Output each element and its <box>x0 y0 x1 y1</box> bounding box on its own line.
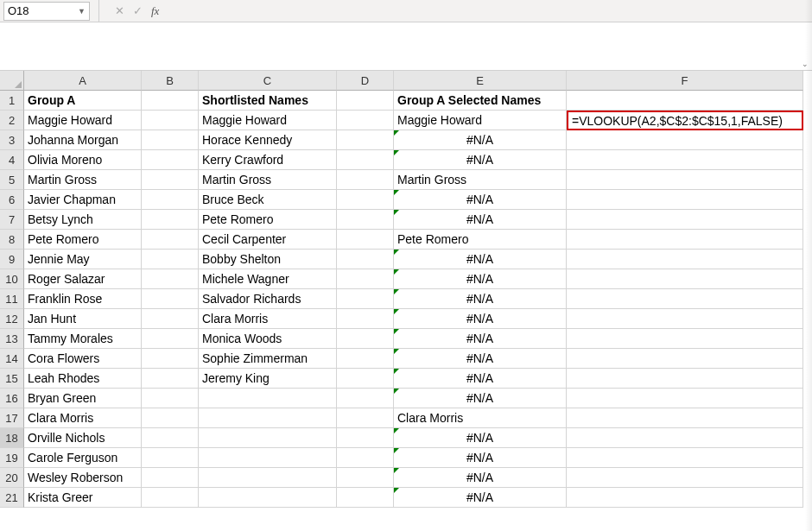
cell[interactable] <box>567 349 803 369</box>
cell[interactable]: Cora Flowers <box>24 349 142 369</box>
cell[interactable] <box>142 448 199 468</box>
cell[interactable] <box>337 448 394 468</box>
cell[interactable] <box>337 250 394 269</box>
cell[interactable] <box>337 428 394 448</box>
cell[interactable] <box>567 250 803 269</box>
cell[interactable] <box>567 130 803 150</box>
column-header[interactable]: D <box>337 71 394 91</box>
cell[interactable] <box>142 408 199 428</box>
cell[interactable]: Pete Romero <box>199 210 337 230</box>
cell[interactable] <box>199 389 337 408</box>
header-cell[interactable]: Shortlisted Names <box>199 91 337 111</box>
cell[interactable] <box>567 309 803 329</box>
cell[interactable]: Bruce Beck <box>199 190 337 210</box>
cell[interactable] <box>567 289 803 309</box>
column-header[interactable]: B <box>142 71 199 91</box>
cell[interactable] <box>142 91 199 111</box>
cell[interactable] <box>142 349 199 369</box>
cell[interactable] <box>337 111 394 130</box>
cell[interactable] <box>567 468 803 488</box>
cell[interactable] <box>142 170 199 190</box>
cell[interactable] <box>142 369 199 389</box>
row-header[interactable]: 8 <box>0 230 24 250</box>
na-error-cell[interactable]: #N/A <box>394 329 567 349</box>
na-error-cell[interactable]: #N/A <box>394 428 567 448</box>
cell[interactable] <box>199 408 337 428</box>
select-all-corner[interactable] <box>0 71 24 91</box>
na-error-cell[interactable]: #N/A <box>394 130 567 150</box>
cell[interactable] <box>337 210 394 230</box>
row-header[interactable]: 20 <box>0 468 24 488</box>
cell[interactable]: Orville Nichols <box>24 428 142 448</box>
column-header[interactable]: A <box>24 71 142 91</box>
cell[interactable]: Leah Rhodes <box>24 369 142 389</box>
cell[interactable] <box>142 329 199 349</box>
cell[interactable]: Pete Romero <box>24 230 142 250</box>
cell[interactable]: Johanna Morgan <box>24 130 142 150</box>
cell[interactable] <box>567 230 803 250</box>
cell[interactable]: Betsy Lynch <box>24 210 142 230</box>
na-error-cell[interactable]: #N/A <box>394 389 567 408</box>
cell[interactable]: Sophie Zimmerman <box>199 349 337 369</box>
cell[interactable] <box>199 468 337 488</box>
cell[interactable] <box>142 488 199 508</box>
row-header[interactable]: 4 <box>0 150 24 170</box>
na-error-cell[interactable]: #N/A <box>394 289 567 309</box>
na-error-cell[interactable]: #N/A <box>394 150 567 170</box>
row-header[interactable]: 2 <box>0 111 24 130</box>
cell[interactable] <box>337 130 394 150</box>
cell[interactable]: Martin Gross <box>394 170 567 190</box>
cell[interactable]: Pete Romero <box>394 230 567 250</box>
cell[interactable] <box>337 309 394 329</box>
cell[interactable] <box>142 250 199 269</box>
cell[interactable] <box>567 210 803 230</box>
cell[interactable] <box>567 408 803 428</box>
cell[interactable]: Maggie Howard <box>394 111 567 130</box>
spreadsheet-grid[interactable]: ABCDEF1Group AShortlisted NamesGroup A S… <box>0 71 812 508</box>
cell[interactable]: Cecil Carpenter <box>199 230 337 250</box>
cell[interactable] <box>337 269 394 289</box>
cell[interactable] <box>567 269 803 289</box>
cell[interactable] <box>567 329 803 349</box>
cell[interactable] <box>567 170 803 190</box>
cell[interactable] <box>142 389 199 408</box>
name-box[interactable]: O18 ▼ <box>3 2 90 21</box>
cell[interactable] <box>199 488 337 508</box>
cell[interactable]: Jeremy King <box>199 369 337 389</box>
na-error-cell[interactable]: #N/A <box>394 250 567 269</box>
formula-display-cell[interactable]: =VLOOKUP(A2,$C$2:$C$15,1,FALSE) <box>567 111 803 130</box>
column-header[interactable]: C <box>199 71 337 91</box>
cell[interactable] <box>567 428 803 448</box>
cell[interactable]: Kerry Crawford <box>199 150 337 170</box>
row-header[interactable]: 21 <box>0 488 24 508</box>
cell[interactable]: Clara Morris <box>24 408 142 428</box>
cell[interactable] <box>142 210 199 230</box>
cell[interactable]: Carole Ferguson <box>24 448 142 468</box>
cell[interactable] <box>142 468 199 488</box>
cell[interactable]: Clara Morris <box>394 408 567 428</box>
cell[interactable] <box>567 190 803 210</box>
cell[interactable]: Bryan Green <box>24 389 142 408</box>
cell[interactable] <box>337 170 394 190</box>
cell[interactable] <box>567 369 803 389</box>
cell[interactable] <box>199 428 337 448</box>
cell[interactable] <box>567 91 803 111</box>
na-error-cell[interactable]: #N/A <box>394 448 567 468</box>
row-header[interactable]: 13 <box>0 329 24 349</box>
cell[interactable]: Krista Greer <box>24 488 142 508</box>
cell[interactable] <box>337 289 394 309</box>
cell[interactable]: Martin Gross <box>24 170 142 190</box>
na-error-cell[interactable]: #N/A <box>394 210 567 230</box>
cell[interactable]: Martin Gross <box>199 170 337 190</box>
row-header[interactable]: 17 <box>0 408 24 428</box>
cell[interactable] <box>337 408 394 428</box>
na-error-cell[interactable]: #N/A <box>394 468 567 488</box>
cell[interactable] <box>337 190 394 210</box>
chevron-down-icon[interactable]: ▼ <box>78 7 86 16</box>
cell[interactable] <box>567 448 803 468</box>
row-header[interactable]: 6 <box>0 190 24 210</box>
row-header[interactable]: 7 <box>0 210 24 230</box>
cell[interactable] <box>142 428 199 448</box>
cell[interactable]: Franklin Rose <box>24 289 142 309</box>
na-error-cell[interactable]: #N/A <box>394 309 567 329</box>
